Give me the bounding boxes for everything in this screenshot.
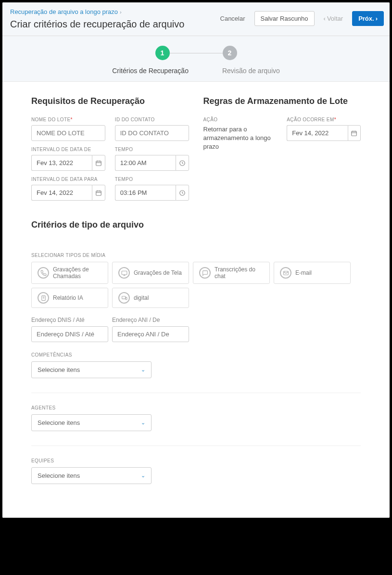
cancel-button[interactable]: Cancelar xyxy=(214,11,252,26)
form-body: Requisitos de Recuperação NOME DO LOTE* … xyxy=(2,82,390,518)
calendar-icon[interactable] xyxy=(92,185,105,201)
chevron-down-icon: ⌄ xyxy=(141,420,145,426)
skills-label: COMPETÊNCIAS xyxy=(31,352,72,358)
step-1-circle[interactable]: 1 xyxy=(155,46,170,60)
media-label: E-mail xyxy=(295,269,312,276)
chevron-right-icon: › xyxy=(376,15,378,22)
svg-rect-10 xyxy=(352,131,357,135)
date-from-label: INTERVALO DE DATA DE xyxy=(31,147,105,152)
monitor-icon xyxy=(118,267,130,279)
file-criteria-heading: Critérios de tipo de arquivo xyxy=(31,220,361,230)
calendar-icon[interactable] xyxy=(92,155,105,171)
svg-rect-5 xyxy=(96,191,101,195)
clock-icon[interactable] xyxy=(176,185,189,201)
ani-input[interactable] xyxy=(112,326,189,342)
dnis-input[interactable] xyxy=(31,326,108,342)
step-2-label: Revisão de arquivo xyxy=(222,67,280,75)
action-text: Retornar para o armazenamento a longo pr… xyxy=(203,125,278,152)
date-to-input[interactable] xyxy=(31,185,92,201)
teams-label: EQUIPES xyxy=(31,458,54,463)
media-type-grid: Gravações de Chamadas Gravações de Tela … xyxy=(31,262,361,308)
media-label: Gravações de Tela xyxy=(134,269,182,276)
time-to-label: TEMPO xyxy=(115,177,189,182)
next-button[interactable]: Próx. › xyxy=(352,11,384,26)
step-1-label: Critérios de Recuperação xyxy=(112,67,189,75)
agents-placeholder: Selecione itens xyxy=(38,419,80,426)
time-from-input[interactable] xyxy=(115,155,176,171)
teams-select[interactable]: Selecione itens ⌄ xyxy=(31,467,152,484)
step-2-circle[interactable]: 2 xyxy=(223,46,237,60)
back-button: ‹ Voltar xyxy=(317,11,350,26)
date-to-label: INTERVALO DE DATA PARA xyxy=(31,177,105,182)
agents-label: AGENTES xyxy=(31,405,56,410)
phone-icon xyxy=(38,267,49,279)
date-from-input[interactable] xyxy=(31,155,92,171)
agents-select[interactable]: Selecione itens ⌄ xyxy=(31,414,152,431)
top-actions: Cancelar Salvar Rascunho ‹ Voltar Próx. … xyxy=(214,11,384,26)
chevron-left-icon: ‹ xyxy=(324,15,326,22)
media-label: digital xyxy=(134,294,149,301)
media-label: Relatório IA xyxy=(53,294,83,301)
time-to-input[interactable] xyxy=(115,185,176,201)
divider xyxy=(31,393,361,393)
divider xyxy=(31,446,361,446)
recovery-heading: Requisitos de Recuperação xyxy=(31,96,189,106)
contact-id-input[interactable] xyxy=(115,125,189,141)
svg-rect-21 xyxy=(122,296,125,298)
page-header: Recuperação de arquivo a longo prazo › C… xyxy=(2,2,390,36)
media-ia-report[interactable]: Relatório IA xyxy=(31,288,108,308)
back-label: Voltar xyxy=(327,15,343,22)
occurs-label: AÇÃO OCORRE EM* xyxy=(287,117,361,122)
devices-icon xyxy=(118,292,130,304)
stepper: 1 2 Critérios de Recuperação Revisão de … xyxy=(2,36,390,82)
media-label: Transcrições do chat xyxy=(215,266,264,280)
step-line xyxy=(170,53,223,53)
svg-rect-14 xyxy=(122,271,127,275)
time-from-label: TEMPO xyxy=(115,147,189,152)
skills-placeholder: Selecione itens xyxy=(38,366,80,373)
chevron-right-icon: › xyxy=(120,9,122,15)
clock-icon[interactable] xyxy=(176,155,189,171)
teams-placeholder: Selecione itens xyxy=(38,472,80,479)
media-email[interactable]: E-mail xyxy=(274,262,351,284)
media-screen-recordings[interactable]: Gravações de Tela xyxy=(112,262,189,284)
lot-name-input[interactable] xyxy=(31,125,105,141)
rules-heading: Regras de Armazenamento de Lote xyxy=(203,96,361,106)
dnis-label: Endereço DNIS / Até xyxy=(31,317,108,323)
lot-name-label: NOME DO LOTE* xyxy=(31,117,105,122)
media-digital[interactable]: digital xyxy=(112,288,189,308)
chevron-down-icon: ⌄ xyxy=(141,367,145,373)
media-chat-transcripts[interactable]: Transcrições do chat xyxy=(193,262,270,284)
breadcrumb-label: Recuperação de arquivo a longo prazo xyxy=(10,8,118,15)
ani-label: Endereço ANI / De xyxy=(112,317,189,323)
media-label: Gravações de Chamadas xyxy=(53,266,102,280)
contact-id-label: ID DO CONTATO xyxy=(115,117,189,122)
media-call-recordings[interactable]: Gravações de Chamadas xyxy=(31,262,108,284)
chevron-down-icon: ⌄ xyxy=(141,473,145,479)
calendar-icon[interactable] xyxy=(348,125,361,141)
chat-icon xyxy=(199,267,211,279)
mail-icon xyxy=(280,267,291,279)
svg-rect-0 xyxy=(96,161,101,165)
media-types-label: SELECIONAR TIPOS DE MÍDIA xyxy=(31,253,105,258)
action-label: AÇÃO xyxy=(203,117,278,122)
save-draft-button[interactable]: Salvar Rascunho xyxy=(254,11,315,26)
next-label: Próx. xyxy=(358,15,374,22)
occurs-input[interactable] xyxy=(287,125,347,141)
report-icon xyxy=(38,292,49,304)
svg-rect-22 xyxy=(126,297,127,299)
breadcrumb[interactable]: Recuperação de arquivo a longo prazo › xyxy=(10,8,122,15)
skills-select[interactable]: Selecione itens ⌄ xyxy=(31,361,152,378)
